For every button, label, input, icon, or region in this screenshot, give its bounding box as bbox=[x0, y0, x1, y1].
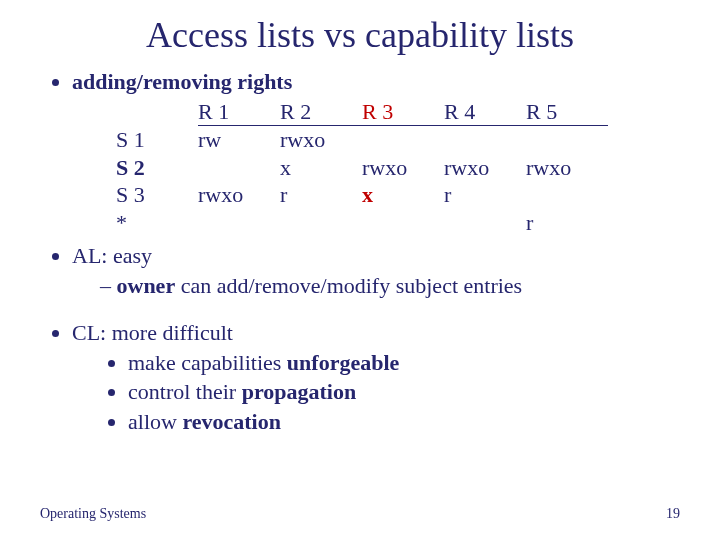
s1-r2: rwxo bbox=[280, 126, 362, 154]
bullet-rights-strong: rights bbox=[237, 69, 292, 94]
s3-r5 bbox=[526, 181, 608, 209]
slide: Access lists vs capability lists adding/… bbox=[0, 0, 720, 540]
row-s3-label: S 3 bbox=[116, 181, 198, 209]
s2-r2: x bbox=[280, 154, 362, 182]
s2-r4: rwxo bbox=[444, 154, 526, 182]
cl-sub3-b: revocation bbox=[182, 409, 281, 434]
s1-r3 bbox=[362, 126, 444, 154]
footer-left: Operating Systems bbox=[40, 506, 146, 522]
row-star: * r bbox=[116, 209, 608, 237]
s3-r2: r bbox=[280, 181, 362, 209]
matrix-header-row: R 1 R 2 R 3 R 4 R 5 bbox=[116, 98, 608, 126]
row-s2-label: S 2 bbox=[116, 154, 198, 182]
s3-r3-text: x bbox=[362, 182, 373, 207]
cl-sub-unforgeable: make capabilities unforgeable bbox=[128, 349, 672, 377]
col-r2: R 2 bbox=[280, 98, 362, 126]
bullet-al-text: AL: easy bbox=[72, 243, 152, 268]
col-r1: R 1 bbox=[198, 98, 280, 126]
s1-r4 bbox=[444, 126, 526, 154]
s3-r1: rwxo bbox=[198, 181, 280, 209]
matrix-corner bbox=[116, 98, 198, 126]
st-r4 bbox=[444, 209, 526, 237]
st-r2 bbox=[280, 209, 362, 237]
al-sublist: owner can add/remove/modify subject entr… bbox=[72, 272, 672, 300]
row-s1: S 1 rw rwxo bbox=[116, 126, 608, 154]
cl-sub-propagation: control their propagation bbox=[128, 378, 672, 406]
s3-r4: r bbox=[444, 181, 526, 209]
bullet-cl: CL: more difficult make capabilities unf… bbox=[72, 319, 672, 435]
st-r5: r bbox=[526, 209, 608, 237]
cl-sub2-b: propagation bbox=[242, 379, 357, 404]
s1-r1: rw bbox=[198, 126, 280, 154]
al-sub-owner: owner can add/remove/modify subject entr… bbox=[100, 272, 672, 300]
cl-sub1-b: unforgeable bbox=[287, 350, 399, 375]
row-s2-label-text: S 2 bbox=[116, 155, 145, 180]
cl-sub3-a: allow bbox=[128, 409, 182, 434]
page-number: 19 bbox=[666, 506, 680, 522]
s2-r5: rwxo bbox=[526, 154, 608, 182]
cl-sub-revocation: allow revocation bbox=[128, 408, 672, 436]
bullet-rights-lead: adding/removing bbox=[72, 69, 237, 94]
row-s3: S 3 rwxo r x r bbox=[116, 181, 608, 209]
s3-r3: x bbox=[362, 181, 444, 209]
st-r3 bbox=[362, 209, 444, 237]
al-sub-owner-rest: can add/remove/modify subject entries bbox=[175, 273, 522, 298]
rights-matrix: R 1 R 2 R 3 R 4 R 5 S 1 rw rwxo bbox=[116, 98, 608, 237]
cl-sub2-a: control their bbox=[128, 379, 242, 404]
spacer bbox=[48, 299, 672, 313]
row-s1-label: S 1 bbox=[116, 126, 198, 154]
al-sub-owner-strong: owner bbox=[117, 273, 176, 298]
s2-r3: rwxo bbox=[362, 154, 444, 182]
col-r5: R 5 bbox=[526, 98, 608, 126]
s1-r5 bbox=[526, 126, 608, 154]
slide-body: adding/removing rights R 1 R 2 R 3 R 4 R… bbox=[0, 68, 720, 435]
slide-title: Access lists vs capability lists bbox=[0, 0, 720, 62]
s2-r1 bbox=[198, 154, 280, 182]
row-s2: S 2 x rwxo rwxo rwxo bbox=[116, 154, 608, 182]
bullet-list-2: CL: more difficult make capabilities unf… bbox=[48, 319, 672, 435]
col-r4: R 4 bbox=[444, 98, 526, 126]
row-star-label: * bbox=[116, 209, 198, 237]
col-r3: R 3 bbox=[362, 98, 444, 126]
cl-sub1-a: make capabilities bbox=[128, 350, 287, 375]
bullet-cl-text: CL: more difficult bbox=[72, 320, 233, 345]
bullet-al: AL: easy owner can add/remove/modify sub… bbox=[72, 242, 672, 299]
bullet-rights: adding/removing rights R 1 R 2 R 3 R 4 R… bbox=[72, 68, 672, 236]
bullet-list: adding/removing rights R 1 R 2 R 3 R 4 R… bbox=[48, 68, 672, 299]
st-r1 bbox=[198, 209, 280, 237]
cl-sublist: make capabilities unforgeable control th… bbox=[72, 349, 672, 436]
